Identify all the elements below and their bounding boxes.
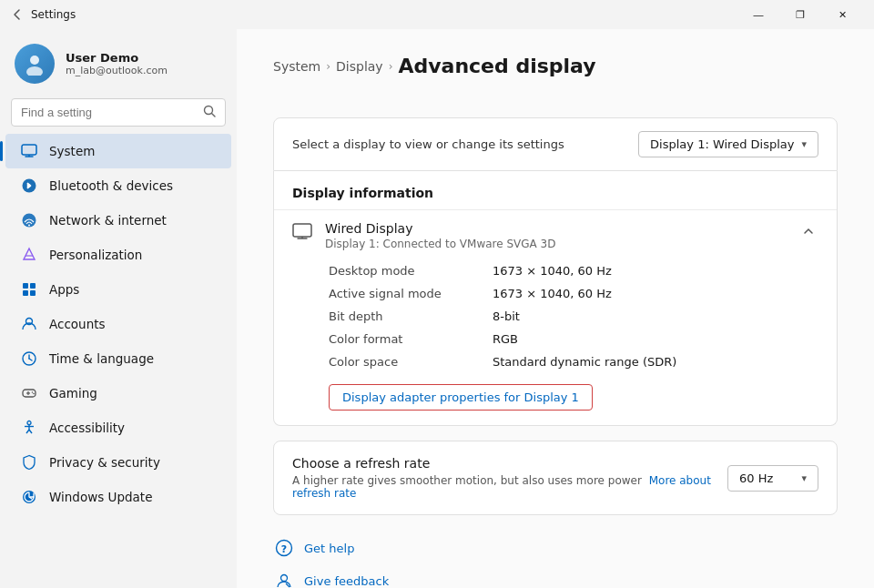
search-input[interactable] bbox=[21, 106, 196, 119]
refresh-rate-value: 60 Hz bbox=[739, 471, 773, 485]
avatar bbox=[15, 44, 55, 84]
time-icon bbox=[20, 350, 38, 368]
prop-signal-mode-label: Active signal mode bbox=[329, 287, 493, 300]
sidebar-item-apps-label: Apps bbox=[49, 282, 79, 297]
monitor-icon bbox=[292, 223, 312, 244]
network-icon bbox=[20, 211, 38, 229]
gaming-icon bbox=[20, 384, 38, 402]
privacy-icon bbox=[20, 453, 38, 471]
prop-color-format-value: RGB bbox=[493, 332, 518, 346]
prop-color-space-label: Color space bbox=[329, 355, 493, 369]
user-info: User Demo m_lab@outlook.com bbox=[66, 51, 168, 76]
sidebar-item-bluetooth[interactable]: Bluetooth & devices bbox=[5, 168, 231, 203]
display-props-table: Desktop mode 1673 × 1040, 60 Hz Active s… bbox=[274, 250, 837, 373]
give-feedback-icon bbox=[273, 570, 295, 588]
refresh-rate-card: Choose a refresh rate A higher rate give… bbox=[273, 441, 838, 515]
accessibility-icon bbox=[20, 419, 38, 437]
personalization-icon bbox=[20, 246, 38, 264]
sidebar-item-accounts-label: Accounts bbox=[49, 317, 106, 331]
main-content: System › Display › Advanced display Sele… bbox=[237, 29, 874, 588]
sidebar-nav: System Bluetooth & devices bbox=[0, 134, 237, 514]
user-name: User Demo bbox=[66, 51, 168, 65]
svg-line-19 bbox=[29, 359, 32, 360]
sidebar-item-network-label: Network & internet bbox=[49, 213, 167, 228]
sidebar-item-accessibility-label: Accessibility bbox=[49, 421, 125, 435]
sidebar-item-bluetooth-label: Bluetooth & devices bbox=[49, 178, 173, 193]
maximize-button[interactable]: ❐ bbox=[779, 0, 821, 29]
close-button[interactable]: ✕ bbox=[821, 0, 863, 29]
prop-desktop-mode-value: 1673 × 1040, 60 Hz bbox=[493, 264, 612, 278]
content-inner: System › Display › Advanced display Sele… bbox=[237, 29, 874, 588]
sidebar-item-accessibility[interactable]: Accessibility bbox=[5, 411, 231, 445]
breadcrumb: System › Display › Advanced display bbox=[273, 55, 596, 77]
window-controls: — ❐ ✕ bbox=[737, 0, 863, 29]
refresh-rate-title: Choose a refresh rate bbox=[292, 456, 727, 471]
sidebar-item-network[interactable]: Network & internet bbox=[5, 203, 231, 238]
minimize-button[interactable]: — bbox=[737, 0, 779, 29]
svg-rect-31 bbox=[293, 224, 311, 237]
bluetooth-icon bbox=[20, 177, 38, 195]
prop-bit-depth: Bit depth 8-bit bbox=[329, 305, 818, 328]
chevron-down-icon: ▾ bbox=[801, 138, 807, 150]
svg-rect-14 bbox=[23, 290, 28, 296]
breadcrumb-display[interactable]: Display bbox=[336, 59, 383, 74]
search-box[interactable] bbox=[11, 98, 226, 127]
page-title-row: System › Display › Advanced display bbox=[273, 55, 838, 96]
display-device-sub: Display 1: Connected to VMware SVGA 3D bbox=[325, 238, 555, 250]
sidebar-item-privacy-label: Privacy & security bbox=[49, 455, 160, 470]
display-dropdown[interactable]: Display 1: Wired Display ▾ bbox=[638, 131, 818, 157]
breadcrumb-sep-2: › bbox=[389, 60, 393, 73]
sidebar-item-time-label: Time & language bbox=[49, 351, 154, 366]
sidebar-item-personalization[interactable]: Personalization bbox=[5, 238, 231, 272]
accounts-icon bbox=[20, 315, 38, 333]
display-device-info: Wired Display Display 1: Connected to VM… bbox=[292, 221, 555, 250]
system-icon bbox=[20, 142, 38, 160]
prop-color-format-label: Color format bbox=[329, 332, 493, 346]
prop-signal-mode: Active signal mode 1673 × 1040, 60 Hz bbox=[329, 282, 818, 305]
prop-color-space: Color space Standard dynamic range (SDR) bbox=[329, 350, 818, 373]
prop-bit-depth-label: Bit depth bbox=[329, 309, 493, 323]
svg-rect-13 bbox=[30, 283, 36, 289]
sidebar-item-privacy[interactable]: Privacy & security bbox=[5, 445, 231, 480]
give-feedback-row[interactable]: Give feedback bbox=[273, 570, 838, 588]
svg-point-10 bbox=[28, 225, 30, 227]
refresh-rate-dropdown[interactable]: 60 Hz ▾ bbox=[727, 465, 818, 492]
svg-rect-15 bbox=[30, 290, 36, 296]
update-icon bbox=[20, 488, 38, 506]
titlebar: Settings — ❐ ✕ bbox=[0, 0, 874, 29]
display-selector-label: Select a display to view or change its s… bbox=[292, 137, 564, 151]
prop-color-space-value: Standard dynamic range (SDR) bbox=[493, 355, 676, 369]
sidebar-item-accounts[interactable]: Accounts bbox=[5, 307, 231, 341]
svg-rect-4 bbox=[22, 145, 36, 155]
display-info-title: Display information bbox=[274, 171, 837, 209]
breadcrumb-sep-1: › bbox=[326, 60, 330, 73]
back-icon[interactable] bbox=[11, 8, 24, 21]
collapse-button[interactable] bbox=[798, 221, 818, 244]
user-email: m_lab@outlook.com bbox=[66, 65, 168, 76]
prop-desktop-mode-label: Desktop mode bbox=[329, 264, 493, 278]
sidebar-item-update-label: Windows Update bbox=[49, 490, 152, 504]
user-section[interactable]: User Demo m_lab@outlook.com bbox=[0, 29, 237, 95]
app-body: User Demo m_lab@outlook.com bbox=[0, 29, 874, 588]
breadcrumb-system[interactable]: System bbox=[273, 59, 320, 74]
sidebar-item-update[interactable]: Windows Update bbox=[5, 480, 231, 514]
page-title: Advanced display bbox=[398, 55, 595, 77]
display-device-text: Wired Display Display 1: Connected to VM… bbox=[325, 221, 555, 250]
sidebar-item-gaming-label: Gaming bbox=[49, 386, 97, 400]
svg-point-24 bbox=[33, 393, 35, 395]
help-links: ? Get help Give feedback bbox=[273, 533, 838, 588]
refresh-left: Choose a refresh rate A higher rate give… bbox=[292, 456, 727, 500]
sidebar-item-system[interactable]: System bbox=[5, 134, 231, 168]
display-device-row: Wired Display Display 1: Connected to VM… bbox=[274, 209, 837, 250]
sidebar-item-apps[interactable]: Apps bbox=[5, 272, 231, 307]
sidebar-item-time[interactable]: Time & language bbox=[5, 341, 231, 376]
svg-point-23 bbox=[32, 391, 34, 393]
get-help-row[interactable]: ? Get help bbox=[273, 537, 838, 559]
display-selector-bar: Select a display to view or change its s… bbox=[273, 117, 838, 171]
adapter-properties-link[interactable]: Display adapter properties for Display 1 bbox=[329, 384, 593, 411]
prop-color-format: Color format RGB bbox=[329, 328, 818, 350]
window-title: Settings bbox=[31, 8, 76, 21]
display-device-name: Wired Display bbox=[325, 221, 555, 236]
sidebar-item-gaming[interactable]: Gaming bbox=[5, 376, 231, 411]
prop-signal-mode-value: 1673 × 1040, 60 Hz bbox=[493, 287, 612, 300]
